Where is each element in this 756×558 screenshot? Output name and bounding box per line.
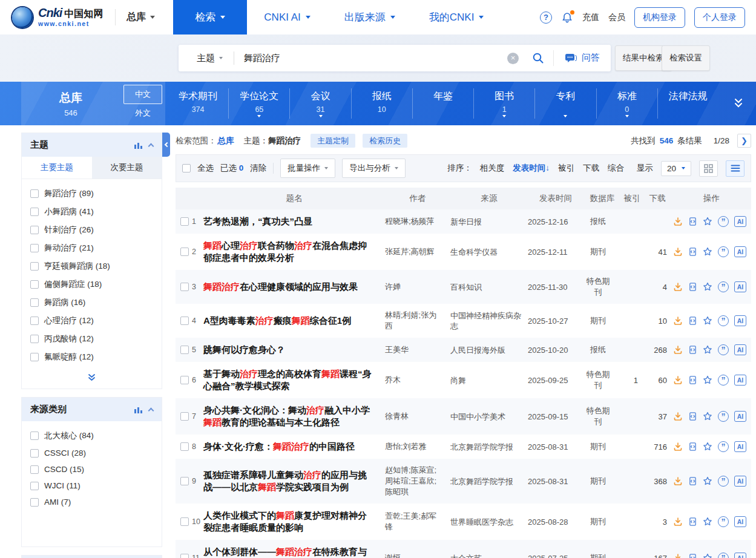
filter-option[interactable]: CSSCI (28) bbox=[22, 445, 162, 461]
expand-topics-icon[interactable] bbox=[22, 369, 162, 389]
row-checkbox[interactable] bbox=[180, 517, 189, 526]
bar-chart-icon[interactable] bbox=[134, 142, 143, 149]
result-source[interactable]: 大众文艺 bbox=[450, 553, 528, 558]
result-title[interactable]: 舞蹈治疗在心理健康领域的应用与效果 bbox=[203, 281, 385, 293]
filter-option[interactable]: 偏侧舞蹈症 (18) bbox=[22, 275, 162, 294]
quote-icon[interactable]: ” bbox=[718, 411, 729, 422]
search-icon[interactable] bbox=[527, 51, 550, 65]
checkbox[interactable] bbox=[30, 482, 39, 490]
sort-option-2[interactable]: 被引 bbox=[558, 163, 574, 174]
quote-icon[interactable]: ” bbox=[718, 216, 729, 227]
nav-sources[interactable]: 出版来源 bbox=[327, 0, 412, 34]
html-read-icon[interactable] bbox=[688, 247, 697, 257]
favorite-icon[interactable] bbox=[703, 476, 712, 486]
favorite-icon[interactable] bbox=[703, 345, 712, 355]
download-icon[interactable] bbox=[673, 517, 683, 527]
org-login-button[interactable]: 机构登录 bbox=[634, 7, 685, 28]
html-read-icon[interactable] bbox=[688, 517, 697, 527]
result-authors[interactable]: 许婵 bbox=[385, 281, 450, 292]
nav-search[interactable]: 检索 bbox=[173, 0, 247, 34]
select-all-checkbox[interactable] bbox=[182, 164, 191, 172]
topic-tab-0[interactable]: 主要主题 bbox=[22, 157, 92, 179]
filter-option[interactable]: 舞蹈病 (16) bbox=[22, 294, 162, 312]
favorite-icon[interactable] bbox=[703, 316, 712, 326]
ai-icon[interactable]: AI bbox=[734, 516, 746, 527]
search-field-dropdown[interactable]: 主题 bbox=[179, 53, 234, 64]
ai-icon[interactable]: AI bbox=[734, 246, 746, 257]
ai-icon[interactable]: AI bbox=[734, 441, 746, 452]
member-link[interactable]: 会员 bbox=[608, 12, 625, 23]
quote-icon[interactable]: ” bbox=[718, 315, 729, 326]
filter-option[interactable]: 心理治疗 (12) bbox=[22, 312, 162, 330]
meta-chip-0[interactable]: 主题定制 bbox=[311, 134, 355, 148]
result-authors[interactable]: 谢恒 bbox=[385, 553, 450, 558]
download-icon[interactable] bbox=[673, 442, 683, 451]
ai-icon[interactable]: AI bbox=[734, 216, 746, 227]
result-authors[interactable]: 张延芹;高朝辉 bbox=[385, 246, 450, 257]
dbtab-4[interactable]: 年鉴 bbox=[413, 88, 474, 119]
checkbox[interactable] bbox=[30, 262, 39, 271]
result-title[interactable]: 孤独症谱系障碍儿童舞动治疗的应用与挑战——以北京舞蹈学院实践项目为例 bbox=[203, 469, 385, 493]
cnki-logo[interactable]: Cnki 中国知网 www.cnki.net bbox=[0, 0, 110, 34]
result-title[interactable]: 艺考热退潮，“真功夫”凸显 bbox=[203, 215, 385, 228]
notification-bell-icon[interactable] bbox=[561, 11, 573, 24]
favorite-icon[interactable] bbox=[703, 282, 712, 292]
personal-login-button[interactable]: 个人登录 bbox=[694, 7, 745, 28]
download-icon[interactable] bbox=[673, 282, 683, 292]
row-checkbox[interactable] bbox=[180, 554, 189, 558]
result-source[interactable]: 百科知识 bbox=[450, 282, 528, 292]
result-title[interactable]: 从个体到群体——舞蹈治疗在特殊教育与社会支持体系中的实践探索 bbox=[203, 546, 385, 558]
qa-button[interactable]: 问答 bbox=[553, 50, 611, 66]
quote-icon[interactable]: ” bbox=[718, 476, 729, 487]
favorite-icon[interactable] bbox=[703, 412, 712, 421]
nav-mycnki[interactable]: 我的CNKI bbox=[412, 0, 501, 34]
filter-option[interactable]: 小舞蹈病 (41) bbox=[22, 203, 162, 221]
row-checkbox[interactable] bbox=[180, 248, 189, 256]
checkbox[interactable] bbox=[30, 189, 39, 198]
result-source[interactable]: 新华日报 bbox=[450, 217, 528, 227]
dbtab-7[interactable]: 标准 0 bbox=[597, 88, 658, 119]
dbtab-total-library[interactable]: 总库 546 bbox=[21, 82, 120, 125]
filter-group-subject-header[interactable]: 学科 bbox=[22, 556, 162, 558]
dbtab-0[interactable]: 学术期刊 374 bbox=[168, 88, 229, 119]
sort-option-4[interactable]: 综合 bbox=[608, 163, 624, 174]
result-authors[interactable]: 唐怡;刘若雅 bbox=[385, 441, 450, 452]
filter-option[interactable]: 北大核心 (84) bbox=[22, 427, 162, 445]
filter-option[interactable]: 丙戊酸钠 (12) bbox=[22, 330, 162, 348]
recharge-link[interactable]: 充值 bbox=[582, 12, 599, 23]
favorite-icon[interactable] bbox=[703, 375, 712, 385]
download-icon[interactable] bbox=[673, 247, 683, 257]
lang-tab-1[interactable]: 外文 bbox=[123, 104, 162, 122]
list-view-button[interactable] bbox=[726, 160, 744, 177]
row-checkbox[interactable] bbox=[180, 217, 189, 226]
search-input[interactable] bbox=[234, 53, 507, 64]
result-authors[interactable]: 赵知博;陈萊宣;周祐瑄;王嘉欣;陈昭琪 bbox=[385, 465, 450, 497]
checkbox[interactable] bbox=[30, 432, 39, 440]
html-read-icon[interactable] bbox=[688, 282, 697, 292]
ai-icon[interactable]: AI bbox=[734, 476, 746, 487]
download-icon[interactable] bbox=[673, 476, 683, 486]
col-header-3[interactable]: 发表时间 bbox=[528, 193, 583, 204]
col-header-6[interactable]: 下载 bbox=[643, 193, 672, 204]
dbtab-6[interactable]: 专利 bbox=[535, 88, 596, 119]
html-read-icon[interactable] bbox=[688, 553, 697, 558]
html-read-icon[interactable] bbox=[688, 412, 697, 421]
quote-icon[interactable]: ” bbox=[718, 516, 729, 527]
download-icon[interactable] bbox=[673, 345, 683, 355]
row-checkbox[interactable] bbox=[180, 283, 189, 291]
dbtab-5[interactable]: 图书 1 bbox=[474, 88, 535, 119]
ai-icon[interactable]: AI bbox=[734, 281, 746, 292]
result-source[interactable]: 尚舞 bbox=[450, 375, 528, 386]
result-source[interactable]: 中国中小学美术 bbox=[450, 412, 528, 422]
dbtab-1[interactable]: 学位论文 65 bbox=[229, 88, 290, 119]
filter-option[interactable]: CSCD (15) bbox=[22, 461, 162, 478]
checkbox[interactable] bbox=[30, 244, 39, 252]
checkbox[interactable] bbox=[30, 226, 39, 234]
grid-view-button[interactable] bbox=[699, 160, 718, 177]
checkbox[interactable] bbox=[30, 335, 39, 343]
sort-option-0[interactable]: 相关度 bbox=[480, 163, 505, 174]
result-source[interactable]: 北京舞蹈学院学报 bbox=[450, 476, 528, 487]
chevron-up-icon[interactable] bbox=[148, 407, 154, 413]
filter-option[interactable]: AMI (7) bbox=[22, 494, 162, 510]
row-checkbox[interactable] bbox=[180, 442, 189, 451]
